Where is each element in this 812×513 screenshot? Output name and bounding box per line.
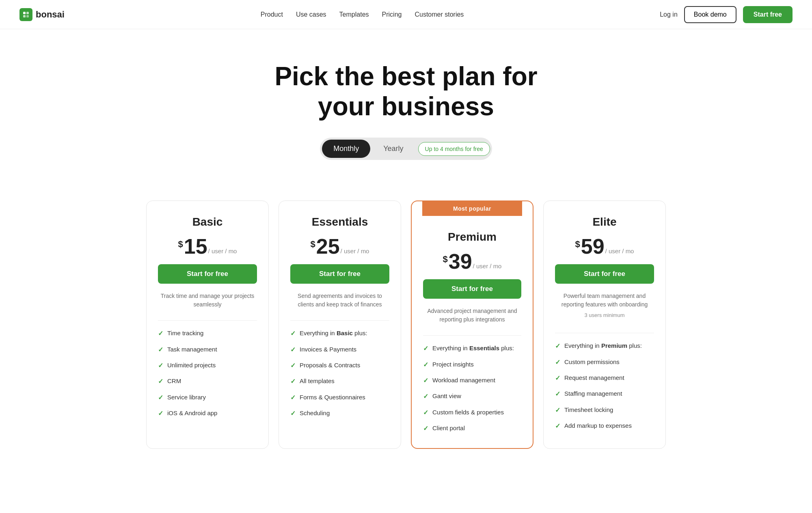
feature-item: ✓Everything in Premium plus: bbox=[555, 341, 654, 351]
svg-rect-2 bbox=[23, 15, 26, 17]
logo-icon bbox=[19, 8, 32, 21]
feature-item: ✓Client portal bbox=[423, 424, 521, 433]
feature-item: ✓Service library bbox=[158, 393, 257, 402]
feature-item: ✓Time tracking bbox=[158, 329, 257, 338]
check-icon: ✓ bbox=[158, 361, 163, 370]
feature-item: ✓Invoices & Payments bbox=[290, 345, 389, 354]
logo-text: bonsai bbox=[36, 9, 65, 20]
plan-cta-essentials[interactable]: Start for free bbox=[290, 264, 389, 284]
feature-item: ✓Custom fields & properties bbox=[423, 408, 521, 417]
nav-pricing[interactable]: Pricing bbox=[382, 11, 402, 18]
feature-item: ✓Everything in Basic plus: bbox=[290, 329, 389, 338]
check-icon: ✓ bbox=[158, 329, 163, 338]
plan-divider-premium bbox=[423, 335, 521, 336]
plan-card-essentials: Essentials $ 25 / user / mo Start for fr… bbox=[279, 200, 401, 448]
hero-section: Pick the best plan for your business Mon… bbox=[0, 29, 812, 200]
plan-price-premium: $ 39 / user / mo bbox=[423, 251, 521, 272]
plan-name-elite: Elite bbox=[555, 216, 654, 228]
check-icon: ✓ bbox=[423, 392, 428, 401]
billing-toggle: Monthly Yearly Up to 4 months for free bbox=[8, 138, 804, 160]
svg-rect-0 bbox=[23, 12, 26, 14]
feature-list-essentials: ✓Everything in Basic plus: ✓Invoices & P… bbox=[290, 329, 389, 418]
check-icon: ✓ bbox=[290, 329, 296, 338]
check-icon: ✓ bbox=[423, 360, 428, 369]
feature-item: ✓Add markup to expenses bbox=[555, 421, 654, 431]
plan-card-basic: Basic $ 15 / user / mo Start for free Tr… bbox=[146, 200, 269, 448]
check-icon: ✓ bbox=[555, 390, 560, 399]
nav-actions: Log in Book demo Start free bbox=[660, 6, 793, 23]
nav-links: Product Use cases Templates Pricing Cust… bbox=[261, 11, 464, 18]
check-icon: ✓ bbox=[290, 345, 296, 354]
feature-item: ✓Request management bbox=[555, 373, 654, 383]
logo[interactable]: bonsai bbox=[19, 8, 65, 21]
check-icon: ✓ bbox=[290, 361, 296, 370]
nav-templates[interactable]: Templates bbox=[339, 11, 369, 18]
check-icon: ✓ bbox=[423, 408, 428, 417]
feature-item: ✓Proposals & Contracts bbox=[290, 361, 389, 370]
plan-name-essentials: Essentials bbox=[290, 216, 389, 228]
feature-item: ✓Workload management bbox=[423, 376, 521, 385]
popular-badge: Most popular bbox=[422, 201, 522, 216]
check-icon: ✓ bbox=[158, 377, 163, 386]
feature-item: ✓Scheduling bbox=[290, 409, 389, 418]
check-icon: ✓ bbox=[158, 409, 163, 418]
check-icon: ✓ bbox=[423, 344, 428, 353]
yearly-badge: Up to 4 months for free bbox=[418, 142, 490, 156]
feature-item: ✓Gantt view bbox=[423, 392, 521, 401]
nav-use-cases[interactable]: Use cases bbox=[296, 11, 326, 18]
feature-item: ✓Unlimited projects bbox=[158, 361, 257, 370]
check-icon: ✓ bbox=[158, 393, 163, 402]
check-icon: ✓ bbox=[555, 374, 560, 383]
feature-item: ✓Custom permissions bbox=[555, 358, 654, 367]
feature-list-premium: ✓Everything in Essentials plus: ✓Project… bbox=[423, 344, 521, 433]
login-button[interactable]: Log in bbox=[660, 11, 678, 18]
check-icon: ✓ bbox=[158, 345, 163, 354]
feature-item: ✓All templates bbox=[290, 377, 389, 386]
feature-item: ✓Task management bbox=[158, 345, 257, 354]
plan-price-basic: $ 15 / user / mo bbox=[158, 236, 257, 257]
check-icon: ✓ bbox=[290, 409, 296, 418]
start-free-button[interactable]: Start free bbox=[743, 6, 793, 23]
toggle-monthly[interactable]: Monthly bbox=[322, 140, 370, 158]
feature-item: ✓Forms & Questionnaires bbox=[290, 393, 389, 402]
plans-grid: Basic $ 15 / user / mo Start for free Tr… bbox=[146, 200, 666, 448]
plan-divider-essentials bbox=[290, 320, 389, 321]
toggle-yearly[interactable]: Yearly bbox=[372, 140, 415, 158]
svg-rect-1 bbox=[26, 12, 29, 14]
feature-item: ✓Staffing management bbox=[555, 389, 654, 399]
plan-card-elite: Elite $ 59 / user / mo Start for free Po… bbox=[543, 200, 666, 448]
check-icon: ✓ bbox=[555, 342, 560, 351]
plan-cta-premium[interactable]: Start for free bbox=[423, 279, 521, 299]
plan-price-essentials: $ 25 / user / mo bbox=[290, 236, 389, 257]
feature-item: ✓iOS & Android app bbox=[158, 409, 257, 418]
toggle-pill: Monthly Yearly Up to 4 months for free bbox=[320, 138, 492, 160]
check-icon: ✓ bbox=[423, 376, 428, 385]
check-icon: ✓ bbox=[290, 393, 296, 402]
plan-desc-elite: Powerful team management and reporting f… bbox=[555, 292, 654, 309]
plan-divider-basic bbox=[158, 320, 257, 321]
plan-desc-premium: Advanced project management and reportin… bbox=[423, 307, 521, 324]
nav-product[interactable]: Product bbox=[261, 11, 283, 18]
svg-rect-3 bbox=[26, 15, 29, 17]
plan-cta-elite[interactable]: Start for free bbox=[555, 264, 654, 284]
feature-item: ✓Timesheet locking bbox=[555, 405, 654, 415]
plan-cta-basic[interactable]: Start for free bbox=[158, 264, 257, 284]
plan-desc-essentials: Send agreements and invoices to clients … bbox=[290, 292, 389, 309]
feature-list-elite: ✓Everything in Premium plus: ✓Custom per… bbox=[555, 341, 654, 431]
plan-card-premium: Most popular Premium $ 39 / user / mo St… bbox=[411, 200, 533, 448]
book-demo-button[interactable]: Book demo bbox=[684, 6, 736, 23]
plan-divider-elite bbox=[555, 333, 654, 333]
check-icon: ✓ bbox=[290, 377, 296, 386]
hero-title: Pick the best plan for your business bbox=[8, 62, 804, 121]
check-icon: ✓ bbox=[555, 422, 560, 431]
nav-customer-stories[interactable]: Customer stories bbox=[415, 11, 464, 18]
plan-name-premium: Premium bbox=[423, 231, 521, 244]
plan-price-elite: $ 59 / user / mo bbox=[555, 236, 654, 257]
plan-desc-basic: Track time and manage your projects seam… bbox=[158, 292, 257, 309]
main-nav: bonsai Product Use cases Templates Prici… bbox=[0, 0, 812, 29]
feature-item: ✓Everything in Essentials plus: bbox=[423, 344, 521, 353]
plan-name-basic: Basic bbox=[158, 216, 257, 228]
check-icon: ✓ bbox=[555, 406, 560, 415]
plan-min-users: 3 users minimum bbox=[555, 312, 654, 318]
feature-item: ✓CRM bbox=[158, 377, 257, 386]
